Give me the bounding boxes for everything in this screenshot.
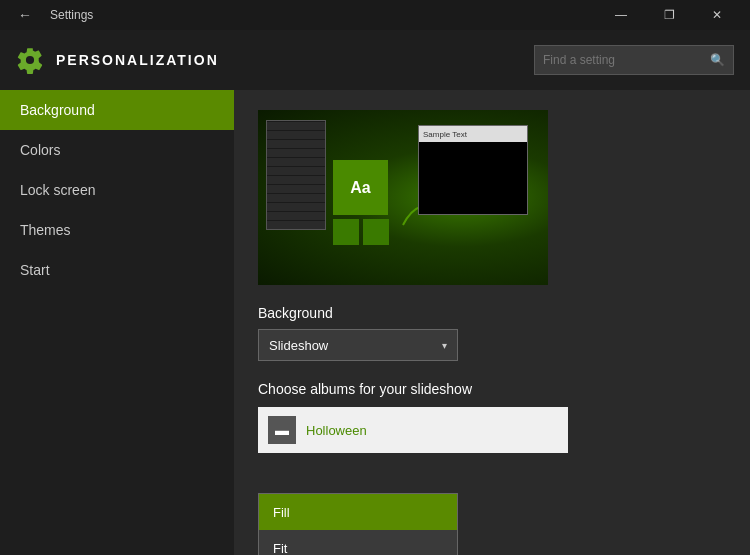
header-left: PERSONALIZATION (16, 46, 219, 74)
sidebar-item-themes[interactable]: Themes (0, 210, 234, 250)
restore-button[interactable]: ❐ (646, 0, 692, 30)
minimize-button[interactable]: — (598, 0, 644, 30)
sidebar-item-colors[interactable]: Colors (0, 130, 234, 170)
close-button[interactable]: ✕ (694, 0, 740, 30)
sidebar-item-background[interactable]: Background (0, 90, 234, 130)
preview-container: Aa Sample Text (258, 110, 548, 285)
search-box[interactable]: 🔍 (534, 45, 734, 75)
header-title: PERSONALIZATION (56, 52, 219, 68)
back-button[interactable]: ← (10, 0, 40, 30)
preview-window-titlebar: Sample Text (419, 126, 527, 142)
search-input[interactable] (543, 53, 710, 67)
album-name: Holloween (306, 423, 367, 438)
sidebar-item-start[interactable]: Start (0, 250, 234, 290)
background-dropdown[interactable]: Slideshow ▾ (258, 329, 458, 361)
preview-window-body (419, 142, 527, 214)
preview-tile-small-2 (363, 219, 389, 245)
app-container: PERSONALIZATION 🔍 Background Colors Lock… (0, 30, 750, 555)
header: PERSONALIZATION 🔍 (0, 30, 750, 90)
album-thumb: ▬ (268, 416, 296, 444)
preview-tile-aa: Aa (333, 160, 388, 215)
titlebar-title: Settings (50, 8, 93, 22)
album-thumb-icon: ▬ (275, 422, 289, 438)
preview-window-left (266, 120, 326, 230)
sidebar: Background Colors Lock screen Themes Sta… (0, 90, 234, 555)
dropdown-arrow-icon: ▾ (442, 340, 447, 351)
titlebar-controls: — ❐ ✕ (598, 0, 740, 30)
search-icon: 🔍 (710, 53, 725, 67)
preview-window-left-inner (267, 121, 325, 229)
sidebar-item-lock-screen[interactable]: Lock screen (0, 170, 234, 210)
gear-icon (16, 46, 44, 74)
titlebar: ← Settings — ❐ ✕ (0, 0, 750, 30)
preview-desktop: Aa Sample Text (258, 110, 548, 285)
main-panel: Aa Sample Text (234, 90, 750, 555)
content-area: Background Colors Lock screen Themes Sta… (0, 90, 750, 555)
preview-tile-small-row (333, 219, 398, 245)
titlebar-left: ← Settings (10, 0, 93, 30)
preview-tile-small-1 (333, 219, 359, 245)
background-section-label: Background (258, 305, 726, 321)
albums-label: Choose albums for your slideshow (258, 381, 726, 397)
album-item[interactable]: ▬ Holloween (258, 407, 568, 453)
preview-window-right: Sample Text (418, 125, 528, 215)
dropdown-menu-item-fill[interactable]: Fill (259, 494, 457, 530)
dropdown-value: Slideshow (269, 338, 328, 353)
dropdown-menu: Fill Fit Stretch Tile Center Span (258, 493, 458, 555)
dropdown-menu-item-fit[interactable]: Fit (259, 530, 457, 555)
preview-tiles: Aa (333, 160, 398, 260)
preview-window-title: Sample Text (423, 130, 467, 139)
dropdown-container: Slideshow ▾ (258, 329, 458, 361)
